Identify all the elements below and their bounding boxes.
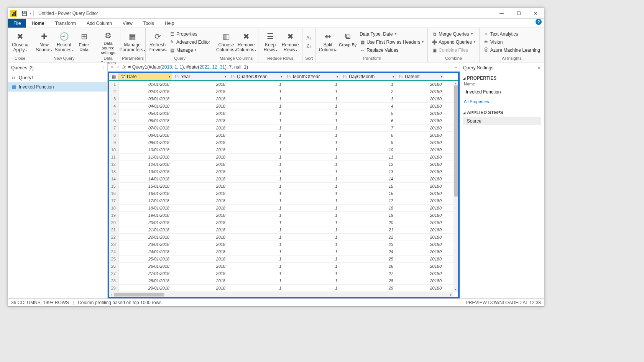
chevron-down-icon[interactable]: ▾ bbox=[337, 75, 338, 79]
applied-steps-section[interactable]: ◢APPLIED STEPS bbox=[460, 108, 544, 116]
recent-sources-button[interactable]: 🕘Recent Sources▾ bbox=[54, 29, 74, 55]
combine-files-button[interactable]: ▣Combine Files bbox=[430, 46, 477, 54]
tab-home[interactable]: Home bbox=[26, 19, 49, 28]
table-row[interactable]: 1515/01/20182018111520180 bbox=[109, 183, 458, 190]
replace-values-button[interactable]: ↔Replace Values bbox=[358, 46, 425, 54]
maximize-button[interactable]: ☐ bbox=[510, 8, 527, 19]
sort-asc-button[interactable]: A↓ bbox=[305, 34, 313, 42]
table-row[interactable]: 505/01/2018201811520180 bbox=[109, 110, 458, 117]
tab-file[interactable]: File bbox=[8, 19, 26, 28]
scroll-right-icon[interactable]: ▸ bbox=[449, 292, 453, 297]
azure-ml-button[interactable]: ⒶAzure Machine Learning bbox=[482, 46, 542, 54]
table-row[interactable]: 2323/01/20182018112320180 bbox=[109, 241, 458, 248]
table-row[interactable]: 808/01/2018201811820180 bbox=[109, 132, 458, 139]
table-row[interactable]: 101/01/2018201811120180 bbox=[109, 81, 458, 88]
merge-queries-button[interactable]: ⧉Merge Queries▾ bbox=[430, 30, 477, 38]
tab-transform[interactable]: Transform bbox=[50, 19, 81, 28]
header-dateint[interactable]: 1²₃DateInt▾ bbox=[396, 73, 444, 80]
all-properties-link[interactable]: All Properties bbox=[460, 98, 544, 108]
table-row[interactable]: 1212/01/20182018111220180 bbox=[109, 161, 458, 168]
table-row[interactable]: 909/01/2018201811920180 bbox=[109, 139, 458, 146]
table-row[interactable]: 404/01/2018201811420180 bbox=[109, 103, 458, 110]
queries-collapse-icon[interactable]: 〈 bbox=[100, 65, 104, 70]
close-settings-icon[interactable]: ✕ bbox=[537, 65, 541, 70]
table-row[interactable]: 2020/01/20182018112020180 bbox=[109, 219, 458, 226]
header-month[interactable]: 1²₃MonthOfYear▾ bbox=[284, 73, 340, 80]
scroll-left-icon[interactable]: ◂ bbox=[109, 292, 114, 297]
data-type-button[interactable]: Data Type: Date▾ bbox=[358, 30, 425, 38]
scroll-up-icon[interactable]: ▴ bbox=[453, 81, 458, 85]
table-row[interactable]: 707/01/2018201811720180 bbox=[109, 124, 458, 132]
table-row[interactable]: 1616/01/20182018111620180 bbox=[109, 190, 458, 197]
table-row[interactable]: 2929/01/20182018112920180 bbox=[109, 285, 458, 292]
header-day[interactable]: 1²₃DayOfMonth▾ bbox=[340, 73, 396, 80]
tab-view[interactable]: View bbox=[117, 19, 138, 28]
table-row[interactable]: 2222/01/20182018112220180 bbox=[109, 234, 458, 241]
tab-tools[interactable]: Tools bbox=[138, 19, 159, 28]
scroll-thumb[interactable] bbox=[454, 85, 458, 197]
properties-section[interactable]: ◢PROPERTIES bbox=[460, 73, 544, 82]
table-row[interactable]: 1919/01/20182018111920180 bbox=[109, 212, 458, 219]
header-year[interactable]: 1²₃Year▾ bbox=[172, 73, 228, 80]
formula-expand-icon[interactable]: ⌄ bbox=[454, 65, 457, 69]
chevron-down-icon[interactable]: ▾ bbox=[225, 75, 226, 79]
save-icon[interactable]: 💾 bbox=[21, 11, 27, 16]
query-item-invoked-function[interactable]: ▦ Invoked Function bbox=[8, 82, 107, 92]
scroll-down-icon[interactable]: ▾ bbox=[453, 287, 458, 292]
chevron-down-icon[interactable]: ▾ bbox=[393, 75, 394, 79]
table-row[interactable]: 2828/01/20182018112820180 bbox=[109, 277, 458, 285]
table-row[interactable]: 2626/01/20182018112620180 bbox=[109, 263, 458, 270]
tab-help[interactable]: Help bbox=[159, 19, 180, 28]
table-row[interactable]: 1414/01/20182018111420180 bbox=[109, 175, 458, 183]
applied-step-source[interactable]: Source bbox=[463, 117, 541, 125]
close-apply-button[interactable]: ✖ Close & Apply▾ bbox=[10, 29, 30, 55]
table-row[interactable]: 606/01/2018201811620180 bbox=[109, 117, 458, 124]
chevron-down-icon[interactable]: ▾ bbox=[281, 75, 282, 79]
tab-add-column[interactable]: Add Column bbox=[81, 19, 117, 28]
remove-columns-button[interactable]: ✖Remove Columns▾ bbox=[237, 29, 256, 55]
table-row[interactable]: 1313/01/20182018111320180 bbox=[109, 168, 458, 175]
header-date[interactable]: 📅Date▾ bbox=[118, 73, 172, 80]
table-row[interactable]: 1010/01/20182018111020180 bbox=[109, 146, 458, 154]
table-row[interactable]: 1818/01/20182018111820180 bbox=[109, 205, 458, 212]
table-row[interactable]: 2424/01/20182018112420180 bbox=[109, 248, 458, 256]
properties-button[interactable]: ☰Properties bbox=[168, 30, 212, 38]
vertical-scrollbar[interactable]: ▴ ▾ bbox=[453, 81, 458, 292]
append-queries-button[interactable]: ➕Append Queries▾ bbox=[430, 38, 477, 46]
split-column-button[interactable]: ⇹Split Column▾ bbox=[318, 29, 337, 55]
query-name-input[interactable] bbox=[464, 88, 540, 96]
table-row[interactable]: 303/01/2018201811320180 bbox=[109, 95, 458, 103]
first-row-headers-button[interactable]: ▦Use First Row as Headers▾ bbox=[358, 38, 425, 46]
chevron-down-icon[interactable]: ▾ bbox=[441, 75, 442, 79]
scroll-thumb[interactable] bbox=[114, 293, 164, 296]
header-quarter[interactable]: 1²₃QuarterOfYear▾ bbox=[228, 73, 284, 80]
refresh-preview-button[interactable]: ⟳Refresh Preview▾ bbox=[148, 29, 167, 55]
keep-rows-button[interactable]: ☰Keep Rows▾ bbox=[261, 29, 280, 55]
sort-desc-button[interactable]: Z↓ bbox=[305, 42, 313, 50]
formula-commit-icon[interactable]: ✓ bbox=[116, 64, 120, 70]
minimize-button[interactable]: — bbox=[493, 8, 510, 19]
formula-input[interactable]: = Query1(#date(2018, 1, 1), #date(2022, … bbox=[128, 64, 452, 70]
enter-data-button[interactable]: ⊞Enter Data bbox=[74, 29, 94, 55]
qat-dropdown-icon[interactable]: ▾ bbox=[30, 11, 31, 15]
table-row[interactable]: 202/01/2018201811220180 bbox=[109, 88, 458, 95]
new-source-button[interactable]: ✚New Source▾ bbox=[34, 29, 54, 55]
table-row[interactable]: 2121/01/20182018112120180 bbox=[109, 226, 458, 234]
header-rownum[interactable]: ▦ bbox=[109, 73, 118, 80]
text-analytics-button[interactable]: ≡Text Analytics bbox=[482, 30, 542, 38]
vision-button[interactable]: 👁Vision bbox=[482, 38, 542, 46]
help-icon[interactable]: ? bbox=[536, 19, 542, 25]
chevron-down-icon[interactable]: ▾ bbox=[169, 75, 170, 79]
group-by-button[interactable]: ⧉Group By bbox=[338, 29, 357, 55]
horizontal-scrollbar[interactable]: ◂ ▸ bbox=[109, 292, 453, 297]
manage-button[interactable]: ▤Manage▾ bbox=[168, 46, 212, 54]
choose-columns-button[interactable]: ▥Choose Columns▾ bbox=[217, 29, 236, 55]
table-row[interactable]: 1111/01/20182018111120180 bbox=[109, 154, 458, 161]
close-window-button[interactable]: ✕ bbox=[527, 8, 544, 19]
advanced-editor-button[interactable]: ✎Advanced Editor bbox=[168, 38, 212, 46]
formula-cancel-icon[interactable]: ✕ bbox=[110, 64, 114, 70]
query-item-query1[interactable]: fx Query1 bbox=[8, 73, 107, 82]
table-row[interactable]: 2727/01/20182018112720180 bbox=[109, 270, 458, 277]
remove-rows-button[interactable]: ✖Remove Rows▾ bbox=[281, 29, 300, 55]
table-row[interactable]: 1717/01/20182018111720180 bbox=[109, 197, 458, 205]
